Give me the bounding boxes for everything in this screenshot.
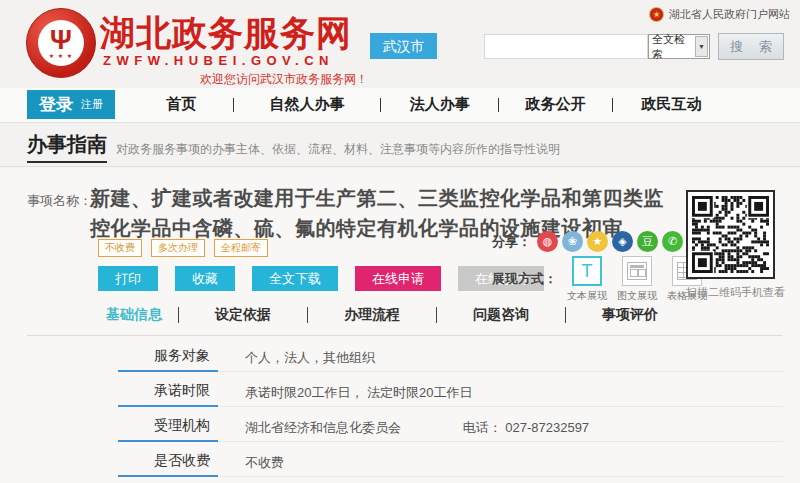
row-label-fee: 是否收费 bbox=[118, 452, 218, 470]
text-mode-caption: 文本展现 bbox=[567, 289, 607, 303]
page: Ψ ★ ★ ★ 湖北政务服务网 ZWFW.HUBEI.GOV.CN 欢迎您访问武… bbox=[0, 0, 800, 483]
site-logo-icon: Ψ ★ ★ ★ bbox=[26, 8, 96, 78]
guide-description: 对政务服务事项的办事主体、依据、流程、材料、注意事项等内容所作的指导性说明 bbox=[116, 141, 560, 158]
basic-info-table: 服务对象 个人，法人，其他组织 承诺时限 承诺时限20工作日， 法定时限20工作… bbox=[0, 344, 800, 483]
row-divider bbox=[218, 406, 783, 407]
label-underline bbox=[118, 440, 218, 442]
renren-share-icon[interactable]: ◈ bbox=[612, 231, 633, 252]
national-emblem-icon: ★ bbox=[649, 7, 664, 22]
share-bar: 分享： ◍ ❀ ★ ◈ 豆 ✆ bbox=[492, 231, 683, 252]
row-value: 湖北省经济和信息化委员会 电话： 027-87232597 bbox=[245, 419, 589, 437]
wechat-share-icon[interactable]: ✆ bbox=[662, 231, 683, 252]
table-row: 服务对象 个人，法人，其他组织 bbox=[0, 344, 800, 379]
city-selector-button[interactable]: 武汉市 bbox=[370, 33, 437, 59]
welcome-text: 欢迎您访问武汉市政务服务网！ bbox=[200, 71, 368, 88]
main-content: 事项名称： 新建、扩建或者改建用于生产第二、三类监控化学品和第四类监控化学品中含… bbox=[0, 168, 800, 483]
row-divider bbox=[218, 476, 783, 477]
tab-evaluation[interactable]: 事项评价 bbox=[566, 306, 694, 324]
row-label-service-target: 服务对象 bbox=[118, 347, 218, 365]
table-row: 承诺时限 承诺时限20工作日， 法定时限20工作日 bbox=[0, 379, 800, 414]
text-mode-icon: T bbox=[572, 256, 602, 286]
row-divider bbox=[218, 371, 783, 372]
main-nav: 首页 自然人办事 法人办事 政务公开 政民互动 bbox=[130, 90, 730, 119]
qr-section: 扫描二维码手机查看 bbox=[686, 190, 775, 300]
imagetext-mode-icon bbox=[622, 256, 652, 286]
logo-stars: ★ ★ ★ bbox=[49, 53, 73, 59]
site-domain: ZWFW.HUBEI.GOV.CN bbox=[103, 53, 334, 68]
text-mode-glyph: T bbox=[582, 261, 593, 282]
chevron-down-icon: ▼ bbox=[695, 36, 708, 57]
label-underline bbox=[118, 405, 218, 407]
nav-item-interaction[interactable]: 政民互动 bbox=[613, 95, 730, 114]
apply-online-button[interactable]: 在线申请 bbox=[355, 266, 441, 291]
tab-legal-basis[interactable]: 设定依据 bbox=[179, 306, 307, 324]
nav-item-home[interactable]: 首页 bbox=[130, 95, 233, 114]
login-button[interactable]: 登录 注册 bbox=[27, 90, 115, 119]
detail-tabs: 基础信息 设定依据 办理流程 问题咨询 事项评价 bbox=[90, 306, 694, 324]
row-value: 不收费 bbox=[245, 454, 284, 472]
nav-item-public-info[interactable]: 政务公开 bbox=[499, 95, 611, 114]
tabs-divider bbox=[27, 335, 783, 336]
logo-glyph: Ψ bbox=[50, 27, 72, 53]
search-button[interactable]: 搜 索 bbox=[718, 33, 784, 60]
row-value: 承诺时限20工作日， 法定时限20工作日 bbox=[245, 384, 473, 402]
tab-basic-info[interactable]: 基础信息 bbox=[90, 306, 178, 324]
login-label: 登录 bbox=[39, 93, 73, 116]
douban-share-icon[interactable]: 豆 bbox=[637, 231, 658, 252]
item-tags: 不收费 多次办理 全程邮寄 bbox=[98, 239, 268, 257]
row-divider bbox=[218, 441, 783, 442]
row-label-time-limit: 承诺时限 bbox=[118, 382, 218, 400]
tencent-weibo-share-icon[interactable]: ❀ bbox=[562, 231, 583, 252]
gov-portal-label: 湖北省人民政府门户网站 bbox=[669, 7, 790, 22]
table-row: 受理机构 湖北省经济和信息化委员会 电话： 027-87232597 bbox=[0, 414, 800, 449]
action-buttons: 打印 收藏 全文下载 在线申请 在线预约 bbox=[98, 266, 544, 291]
download-fulltext-button[interactable]: 全文下载 bbox=[252, 266, 338, 291]
text-mode-button[interactable]: T 文本展现 bbox=[567, 256, 607, 303]
tab-faq[interactable]: 问题咨询 bbox=[437, 306, 565, 324]
nav-item-legal-person[interactable]: 法人办事 bbox=[381, 95, 498, 114]
search-input[interactable] bbox=[484, 34, 648, 59]
qr-frame bbox=[686, 190, 775, 279]
qr-caption: 扫描二维码手机查看 bbox=[686, 285, 775, 300]
agency-name: 湖北省经济和信息化委员会 bbox=[245, 420, 401, 435]
share-label: 分享： bbox=[492, 233, 531, 251]
qzone-share-icon[interactable]: ★ bbox=[587, 231, 608, 252]
nav-item-citizen[interactable]: 自然人办事 bbox=[234, 95, 381, 114]
print-button[interactable]: 打印 bbox=[98, 266, 158, 291]
tag-no-fee: 不收费 bbox=[98, 239, 142, 257]
qr-code bbox=[692, 196, 769, 273]
register-link[interactable]: 注册 bbox=[81, 97, 103, 112]
label-underline bbox=[118, 475, 218, 477]
display-mode-bar: 展现方式： T 文本展现 图文展现 表格展现 bbox=[492, 256, 707, 303]
site-logo-lyre: Ψ ★ ★ ★ bbox=[38, 20, 84, 66]
guide-title: 办事指南 bbox=[27, 131, 107, 163]
tag-multi-visit: 多次办理 bbox=[151, 239, 205, 257]
display-mode-label: 展现方式： bbox=[492, 270, 557, 288]
imagetext-mode-caption: 图文展现 bbox=[617, 289, 657, 303]
imagetext-mode-button[interactable]: 图文展现 bbox=[617, 256, 657, 303]
label-underline bbox=[118, 370, 218, 372]
weibo-share-icon[interactable]: ◍ bbox=[537, 231, 558, 252]
imagetext-glyph-icon bbox=[627, 262, 647, 280]
search-filter-select[interactable]: 全文检索 ▼ bbox=[648, 34, 710, 59]
row-label-accepting-agency: 受理机构 bbox=[118, 417, 218, 435]
search-filter-label: 全文检索 bbox=[649, 32, 695, 62]
tag-full-mail: 全程邮寄 bbox=[214, 239, 268, 257]
agency-phone: 电话： 027-87232597 bbox=[463, 420, 589, 435]
tab-process[interactable]: 办理流程 bbox=[308, 306, 436, 324]
site-title: 湖北政务服务网 bbox=[100, 10, 352, 57]
item-name-label: 事项名称： bbox=[27, 192, 92, 210]
favorite-button[interactable]: 收藏 bbox=[175, 266, 235, 291]
gov-portal-link[interactable]: ★ 湖北省人民政府门户网站 bbox=[649, 7, 790, 22]
table-row: 是否收费 不收费 bbox=[0, 449, 800, 483]
row-value: 个人，法人，其他组织 bbox=[245, 349, 375, 367]
